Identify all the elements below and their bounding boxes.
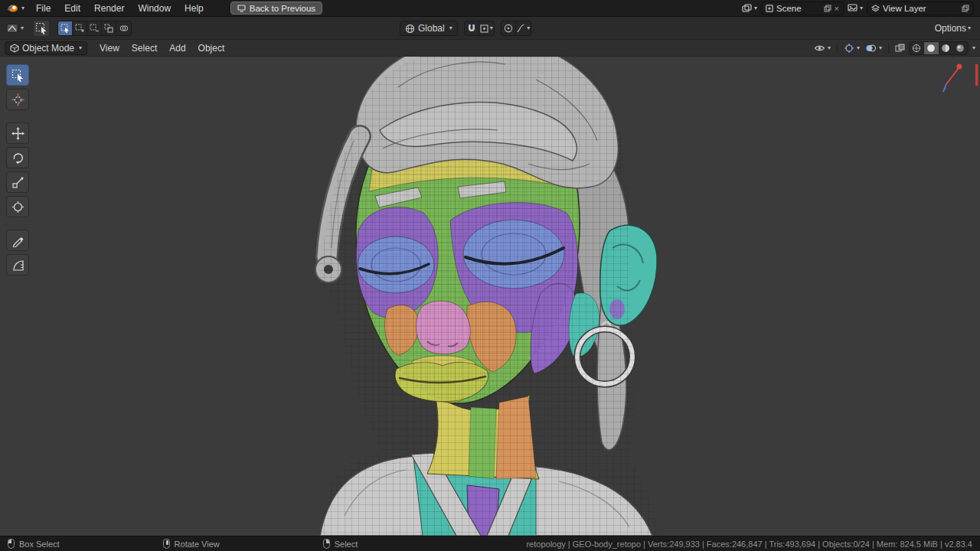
scale-tool-button[interactable] xyxy=(6,171,29,193)
options-dropdown[interactable]: Options ▾ xyxy=(935,23,974,34)
divider xyxy=(888,43,889,54)
chevron-down-icon: ▾ xyxy=(828,45,831,51)
overlays-icon xyxy=(865,44,877,53)
visibility-dropdown[interactable]: ▾ xyxy=(812,43,832,54)
select-box-tool-button[interactable] xyxy=(6,64,29,86)
proportional-toggle-button[interactable] xyxy=(501,21,516,35)
move-tool-button[interactable] xyxy=(6,122,29,144)
transform-tool-button[interactable] xyxy=(6,196,29,217)
menu-help[interactable]: Help xyxy=(178,0,211,17)
gizmo-icon xyxy=(844,43,854,54)
screen-back-icon xyxy=(237,5,246,12)
select-mode-extend[interactable] xyxy=(73,21,87,35)
divider xyxy=(837,43,838,54)
menu-render[interactable]: Render xyxy=(87,0,131,17)
view-layer-selector[interactable]: View Layer xyxy=(867,2,974,15)
visibility-eye-icon xyxy=(814,44,825,53)
annotate-icon xyxy=(11,234,24,247)
tool-header-center: Global ▾ ▾ ▾ xyxy=(400,17,531,40)
blender-logo-icon[interactable]: ▾ xyxy=(6,3,24,14)
snap-toggle-button[interactable] xyxy=(465,21,479,35)
scale-icon xyxy=(11,176,24,189)
falloff-icon xyxy=(516,24,525,33)
select-mode-intersect[interactable] xyxy=(116,21,131,35)
viewport-header-icons: ▾ ▾ ▾ ▾ xyxy=(812,41,975,55)
material-shading-icon xyxy=(941,44,950,53)
orientation-value: Global xyxy=(418,23,445,34)
scene-icon xyxy=(742,4,752,13)
measure-tool-button[interactable] xyxy=(6,254,29,276)
back-to-previous-label: Back to Previous xyxy=(250,4,315,13)
annotate-tool-button[interactable] xyxy=(6,230,29,251)
menu-select[interactable]: Select xyxy=(126,40,163,57)
xray-toggle-button[interactable] xyxy=(893,43,906,54)
chevron-down-icon[interactable]: ▾ xyxy=(972,45,975,51)
menu-edit[interactable]: Edit xyxy=(57,0,87,17)
overlays-dropdown[interactable]: ▾ xyxy=(864,43,884,54)
axis-gizmo[interactable] xyxy=(943,64,978,93)
scene-selector[interactable]: Scene × xyxy=(761,2,844,15)
select-mode-invert[interactable] xyxy=(102,21,116,35)
select-mode-subtract[interactable] xyxy=(87,21,102,35)
hint-rotate-view: Rotate View xyxy=(163,539,220,549)
view-layer-icon xyxy=(848,4,858,13)
menu-file[interactable]: File xyxy=(29,0,57,17)
new-scene-icon[interactable] xyxy=(824,5,831,12)
cursor-3d-tool-button[interactable] xyxy=(6,89,29,110)
new-layer-icon[interactable] xyxy=(962,5,969,12)
chevron-down-icon: ▾ xyxy=(860,5,863,11)
viewport-header: Object Mode ▾ View Select Add Object ▾ ▾… xyxy=(0,40,980,57)
middle-mouse-icon xyxy=(163,539,170,549)
select-box-icon xyxy=(11,69,24,82)
status-bar: Box Select Rotate View Select retopology… xyxy=(0,536,980,551)
active-tool-button[interactable] xyxy=(33,20,50,37)
snap-target-dropdown[interactable]: ▾ xyxy=(479,21,494,35)
unlink-scene-icon[interactable]: × xyxy=(835,4,839,13)
wireframe-overlay xyxy=(306,57,666,536)
xray-icon xyxy=(895,44,905,53)
gizmo-dropdown[interactable]: ▾ xyxy=(842,42,861,54)
viewport-canvas[interactable] xyxy=(0,57,980,536)
character-mesh xyxy=(306,57,666,536)
material-shading-button[interactable] xyxy=(939,41,953,55)
transform-icon xyxy=(11,201,24,214)
wireframe-shading-icon xyxy=(912,44,921,53)
chevron-down-icon: ▾ xyxy=(857,45,860,51)
mode-dropdown[interactable]: Object Mode ▾ xyxy=(5,41,87,55)
chevron-down-icon: ▾ xyxy=(21,5,24,11)
divider xyxy=(6,220,29,227)
hint-select: Select xyxy=(323,539,358,549)
topbar-right: ▾ Scene × ▾ View Layer xyxy=(742,2,974,15)
back-to-previous-button[interactable]: Back to Previous xyxy=(230,2,322,15)
rotate-tool-button[interactable] xyxy=(6,147,29,168)
chevron-down-icon: ▾ xyxy=(21,25,24,31)
menu-object[interactable]: Object xyxy=(192,40,231,57)
divider xyxy=(6,113,29,119)
snap-target-icon xyxy=(480,24,488,33)
viewport-3d[interactable] xyxy=(0,57,980,536)
cursor-3d-icon xyxy=(11,93,24,106)
chevron-down-icon: ▾ xyxy=(449,25,452,31)
mode-value: Object Mode xyxy=(22,43,74,54)
falloff-dropdown[interactable]: ▾ xyxy=(516,21,531,35)
menu-view[interactable]: View xyxy=(93,40,126,57)
hint-label: Select xyxy=(335,540,358,549)
view-layer-browse-button[interactable]: ▾ xyxy=(848,4,863,13)
rotate-icon xyxy=(11,152,24,165)
proportional-group: ▾ xyxy=(501,21,531,36)
select-mode-set[interactable] xyxy=(58,21,73,35)
editor-type-button[interactable]: ▾ xyxy=(6,23,24,34)
menu-window[interactable]: Window xyxy=(131,0,178,17)
orientation-dropdown[interactable]: Global ▾ xyxy=(400,21,458,36)
scene-name: Scene xyxy=(776,4,821,13)
scene-icon xyxy=(766,5,773,12)
chevron-down-icon: ▾ xyxy=(879,45,882,51)
left-mouse-icon xyxy=(8,539,15,549)
scene-browse-button[interactable]: ▾ xyxy=(742,4,757,13)
menu-add[interactable]: Add xyxy=(163,40,191,57)
view-layer-name: View Layer xyxy=(883,4,959,13)
wireframe-shading-button[interactable] xyxy=(910,41,924,55)
magnet-icon xyxy=(467,24,476,34)
rendered-shading-button[interactable] xyxy=(953,41,968,55)
solid-shading-button[interactable] xyxy=(924,41,939,55)
